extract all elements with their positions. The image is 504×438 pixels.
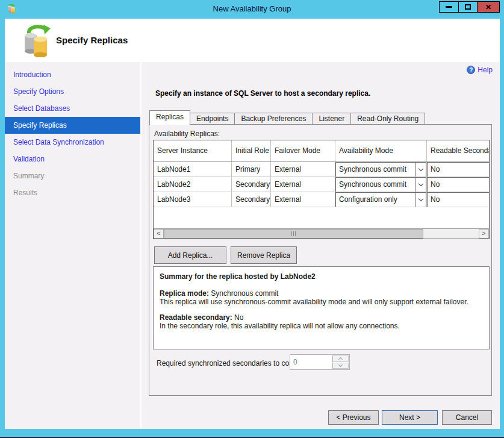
dropdown-value: Synchronous commit [336,165,415,174]
replica-row-labnode1[interactable]: LabNode1 Primary External Synchronous co… [154,162,490,177]
cell-readable: No [427,162,490,177]
window-title: New Availability Group [0,4,504,13]
horizontal-scrollbar[interactable]: < > [154,228,489,239]
cell-availability: Synchronous commit [335,162,427,177]
tab-backup-preferences[interactable]: Backup Preferences [234,113,313,125]
step-content: ? Help Specify an instance of SQL Server… [142,62,500,429]
col-failover-mode: Failover Mode [271,140,335,161]
sidebar-item-introduction[interactable]: Introduction [5,66,140,83]
page-header: Specify Replicas [5,19,500,62]
scroll-left-button[interactable]: < [154,229,164,239]
replica-row-labnode2[interactable]: LabNode2 Secondary External Synchronous … [154,177,490,192]
readable-secondary-label: Readable secondary: [160,313,232,322]
cell-server: LabNode2 [154,177,232,192]
availability-mode-dropdown[interactable]: Synchronous commit [335,177,426,192]
wizard-steps-sidebar: Introduction Specify Options Select Data… [5,62,140,429]
availability-mode-dropdown[interactable]: Configuration only [335,192,426,207]
scrollbar-thumb[interactable] [164,229,423,239]
availability-replicas-grid: Server Instance Initial Role Failover Mo… [153,140,490,239]
replicas-database-icon [22,23,53,57]
dropdown-value: No [428,195,490,204]
readable-secondary-dropdown[interactable]: No [427,162,490,177]
cell-availability: Synchronous commit [335,177,427,192]
col-server-instance: Server Instance [154,140,232,161]
replica-mode-label: Replica mode: [160,289,209,298]
add-replica-button[interactable]: Add Replica... [154,246,226,264]
col-initial-role: Initial Role [232,140,271,161]
tab-listener[interactable]: Listener [312,113,351,125]
help-icon: ? [467,66,475,74]
minimize-button[interactable] [439,1,459,13]
summary-readable-line: Readable secondary: No [160,313,483,322]
cell-role: Secondary [232,177,271,192]
maximize-button[interactable] [458,1,478,13]
page-title: Specify Replicas [56,35,128,45]
chevron-up-icon [338,357,343,361]
sidebar-item-validation[interactable]: Validation [5,151,140,167]
sidebar-item-select-data-synchronization[interactable]: Select Data Synchronization [5,134,140,151]
spinner-up-button [332,355,349,362]
window-body: Specify Replicas Introduction Specify Op… [5,19,500,429]
readable-secondary-description: In the secondary role, this availability… [160,322,483,330]
cell-failover: External [271,177,335,192]
tab-endpoints[interactable]: Endpoints [190,113,235,125]
window-controls: ✕ [440,1,500,13]
summary-title: Summary for the replica hosted by LabNod… [160,272,483,281]
readable-secondary-value: No [232,313,244,322]
wizard-window: New Availability Group ✕ Specify Replica… [0,0,504,438]
replica-mode-value: Synchronous commit [209,289,278,298]
sidebar-item-summary: Summary [5,167,140,184]
previous-button[interactable]: < Previous [328,410,379,425]
tab-strip: Replicas Endpoints Backup Preferences Li… [149,110,425,125]
chevron-down-icon [338,363,343,367]
cell-role: Secondary [232,192,271,207]
required-secondaries-label: Required synchronized secondaries to com… [157,356,305,371]
dropdown-value: Synchronous commit [336,180,415,189]
sidebar-item-specify-options[interactable]: Specify Options [5,83,140,100]
next-button[interactable]: Next > [382,410,438,425]
dropdown-value: Configuration only [336,195,415,204]
required-secondaries-spinner: 0 [290,354,350,370]
cell-server: LabNode3 [154,192,232,207]
availability-replicas-label: Availability Replicas: [154,130,220,138]
maximize-icon [465,4,471,10]
cell-readable: No [427,177,490,192]
cell-availability: Configuration only [335,192,427,207]
col-availability-mode: Availability Mode [335,140,427,161]
cell-server: LabNode1 [154,162,232,177]
spinner-buttons [332,355,349,369]
chevron-down-icon[interactable] [415,163,426,177]
minimize-icon [446,6,452,8]
sidebar-item-select-databases[interactable]: Select Databases [5,100,140,117]
col-readable-secondary: Readable Secondary [427,140,490,161]
replicas-tab-panel: Availability Replicas: Server Instance I… [149,124,492,396]
replica-row-labnode3[interactable]: LabNode3 Secondary External Configuratio… [154,192,490,207]
cell-readable: No [427,192,490,207]
spinner-down-button [332,363,349,369]
help-link[interactable]: ? Help [467,66,493,74]
close-icon: ✕ [485,4,491,11]
chevron-down-icon[interactable] [415,178,426,192]
cell-failover: External [271,162,335,177]
scroll-right-button[interactable]: > [479,229,489,239]
dropdown-value: No [428,165,490,174]
remove-replica-button[interactable]: Remove Replica [231,246,297,264]
tab-read-only-routing[interactable]: Read-Only Routing [350,113,425,125]
replica-summary-box: Summary for the replica hosted by LabNod… [153,266,490,349]
cancel-button[interactable]: Cancel [442,410,492,425]
readable-secondary-dropdown[interactable]: No [427,177,490,192]
summary-mode-line: Replica mode: Synchronous commit [160,289,483,298]
close-button[interactable]: ✕ [477,1,500,13]
sidebar-item-specify-replicas[interactable]: Specify Replicas [5,117,140,134]
tab-replicas[interactable]: Replicas [149,110,190,125]
readable-secondary-dropdown[interactable]: No [427,192,490,207]
availability-mode-dropdown[interactable]: Synchronous commit [335,162,426,177]
cell-failover: External [271,192,335,207]
instruction-text: Specify an instance of SQL Server to hos… [155,89,370,98]
replica-mode-description: This replica will use synchronous-commit… [160,298,483,306]
dropdown-value: No [428,180,490,189]
spinner-value: 0 [290,355,331,369]
title-bar[interactable]: New Availability Group ✕ [0,0,504,19]
chevron-down-icon[interactable] [415,193,426,207]
cell-role: Primary [232,162,271,177]
